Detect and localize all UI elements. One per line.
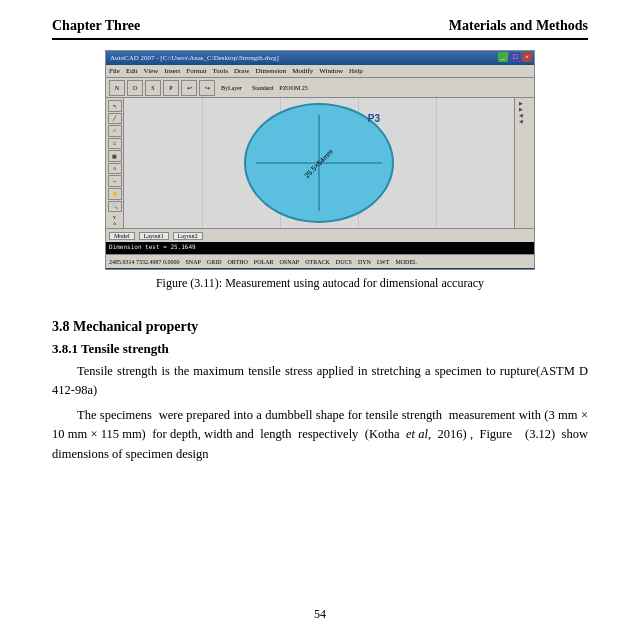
autocad-screenshot: AutoCAD 2007 - [C:\Users\Anas_C\Desktop\… (105, 50, 535, 270)
autocad-cmdline[interactable]: Dimension test = 25.1649 (106, 242, 534, 254)
para-tensile-1: Tensile strength is the maximum tensile … (52, 362, 588, 401)
cmd-text: Dimension test = 25.1649 (109, 243, 196, 250)
autocad-taskbar: ⊞ 10:11 AM (106, 268, 534, 270)
tool-zoom[interactable]: 🔍 (108, 201, 122, 213)
menu-format[interactable]: Format (186, 67, 206, 75)
autocad-drawing: ↖ ╱ ○ □ ▦ A ↔ ✋ 🔍 Y A (106, 98, 534, 228)
menu-edit[interactable]: Edit (126, 67, 138, 75)
section-38-heading: 3.8 Mechanical property (52, 319, 588, 335)
toolbar-zoom: PZOOM 25 (279, 85, 308, 91)
autocad-titlebar: AutoCAD 2007 - [C:\Users\Anas_C\Desktop\… (106, 51, 534, 65)
status-lwt[interactable]: LWT (377, 259, 390, 265)
status-grid[interactable]: GRID (207, 259, 222, 265)
tab-layout1[interactable]: Layout1 (139, 232, 169, 240)
maximize-btn[interactable]: □ (510, 52, 520, 62)
tool-text[interactable]: A (108, 163, 122, 175)
coord-a: A (113, 221, 117, 226)
autocad-tabs: Model Layout1 Layout2 (106, 228, 534, 242)
chapter-title: Chapter Three (52, 18, 140, 34)
menu-dimension[interactable]: Dimension (256, 67, 287, 75)
tool-line[interactable]: ╱ (108, 113, 122, 125)
tool-rect[interactable]: □ (108, 138, 122, 150)
toolbar-layer-label: ByLayer (221, 85, 242, 91)
figure-caption: Figure (3.11): Measurement using autocad… (156, 276, 484, 291)
para-tensile-2: The specimens were prepared into a dumbb… (52, 406, 588, 464)
toolbar-print[interactable]: P (163, 80, 179, 96)
status-ducs[interactable]: DUCS (336, 259, 352, 265)
page: Chapter Three Materials and Methods Auto… (0, 0, 640, 640)
toolbar-open[interactable]: O (127, 80, 143, 96)
status-otrack[interactable]: OTRACK (305, 259, 330, 265)
tool-dim[interactable]: ↔ (108, 175, 122, 187)
window-buttons: _ □ × (498, 52, 532, 62)
page-number: 54 (52, 599, 588, 622)
tool-circle[interactable]: ○ (108, 125, 122, 137)
tool-pan[interactable]: ✋ (108, 188, 122, 200)
tab-layout2[interactable]: Layout2 (173, 232, 203, 240)
tab-model[interactable]: Model (109, 232, 135, 240)
status-snap[interactable]: SNAP (186, 259, 201, 265)
oval-shape-container: P3 25.5×54mm (244, 103, 394, 223)
autocad-title: AutoCAD 2007 - [C:\Users\Anas_C\Desktop\… (110, 54, 279, 62)
right-panel-icons: ▶▶◀◀ (515, 98, 525, 126)
minimize-btn[interactable]: _ (498, 52, 508, 62)
close-btn[interactable]: × (522, 52, 532, 62)
menu-view[interactable]: View (144, 67, 159, 75)
menu-insert[interactable]: Insert (164, 67, 180, 75)
tool-hatch[interactable]: ▦ (108, 150, 122, 162)
status-osnap[interactable]: OSNAP (280, 259, 300, 265)
oval-shape: P3 25.5×54mm (244, 103, 394, 223)
menu-help[interactable]: Help (349, 67, 363, 75)
status-dyn[interactable]: DYN (358, 259, 371, 265)
menu-tools[interactable]: Tools (213, 67, 228, 75)
autocad-menubar: File Edit View Insert Format Tools Draw … (106, 65, 534, 78)
page-header: Chapter Three Materials and Methods (52, 18, 588, 40)
right-panel: ▶▶◀◀ (514, 98, 534, 228)
coord-y: Y (113, 215, 117, 220)
figure-container: AutoCAD 2007 - [C:\Users\Anas_C\Desktop\… (52, 50, 588, 295)
tool-arrow[interactable]: ↖ (108, 100, 122, 112)
menu-file[interactable]: File (109, 67, 120, 75)
menu-draw[interactable]: Draw (234, 67, 250, 75)
toolbar-new[interactable]: N (109, 80, 125, 96)
status-ortho[interactable]: ORTHO (228, 259, 248, 265)
section-title: Materials and Methods (449, 18, 588, 34)
oval-label: P3 (368, 113, 380, 124)
menu-modify[interactable]: Modify (292, 67, 313, 75)
toolbar-save[interactable]: S (145, 80, 161, 96)
grid-line-1 (202, 98, 203, 228)
menu-window[interactable]: Window (319, 67, 343, 75)
grid-line-4 (436, 98, 437, 228)
autocad-canvas: P3 25.5×54mm (124, 98, 514, 228)
toolbar-undo[interactable]: ↩ (181, 80, 197, 96)
status-polar[interactable]: POLAR (254, 259, 274, 265)
toolbar-redo[interactable]: ↪ (199, 80, 215, 96)
autocad-statusbar: 2485.9314 7332.4987 0.0000 SNAP GRID ORT… (106, 254, 534, 268)
italic-et-al: et al (406, 427, 428, 441)
left-tool-panel: ↖ ╱ ○ □ ▦ A ↔ ✋ 🔍 Y A (106, 98, 124, 228)
section-381-heading: 3.8.1 Tensile strength (52, 341, 588, 357)
autocad-toolbar: N O S P ↩ ↪ ByLayer Standard PZOOM 25 (106, 78, 534, 98)
status-coords: 2485.9314 7332.4987 0.0000 (109, 259, 180, 265)
status-model[interactable]: MODEL (395, 259, 416, 265)
toolbar-standard-label: Standard (252, 85, 273, 91)
